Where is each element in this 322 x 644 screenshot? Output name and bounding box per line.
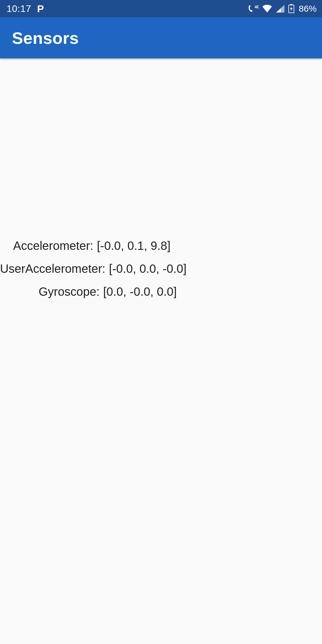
accelerometer-label: Accelerometer: bbox=[13, 239, 93, 253]
status-right: 4G 86% bbox=[248, 4, 317, 14]
accelerometer-value: [-0.0, 0.1, 9.8] bbox=[97, 239, 171, 253]
status-time: 10:17 bbox=[7, 3, 31, 14]
app-bar: Sensors bbox=[0, 17, 322, 58]
wifi-icon bbox=[262, 4, 273, 13]
gyroscope-value: [0.0, -0.0, 0.0] bbox=[103, 285, 177, 298]
battery-charging-icon bbox=[288, 4, 295, 13]
svg-rect-2 bbox=[290, 4, 292, 5]
gyroscope-label: Gyroscope: bbox=[22, 285, 100, 298]
user-accelerometer-row: UserAccelerometer: [-0.0, 0.0, -0.0] bbox=[0, 257, 322, 280]
battery-percent: 86% bbox=[299, 4, 317, 14]
signal-icon bbox=[275, 4, 285, 13]
svg-text:4G: 4G bbox=[255, 4, 259, 9]
user-accelerometer-value: [-0.0, 0.0, -0.0] bbox=[109, 262, 186, 275]
user-accelerometer-label: UserAccelerometer: bbox=[0, 262, 105, 275]
content-area: Accelerometer: [-0.0, 0.1, 9.8] UserAcce… bbox=[0, 58, 322, 303]
app-title: Sensors bbox=[12, 28, 79, 48]
pandora-icon: P bbox=[37, 4, 44, 14]
status-bar: 10:17 P 4G 86% bbox=[0, 0, 322, 17]
status-left: 10:17 P bbox=[7, 3, 44, 14]
gyroscope-row: Gyroscope: [0.0, -0.0, 0.0] bbox=[16, 280, 322, 303]
phone-4g-icon: 4G bbox=[248, 4, 259, 13]
accelerometer-row: Accelerometer: [-0.0, 0.1, 9.8] bbox=[7, 234, 322, 257]
